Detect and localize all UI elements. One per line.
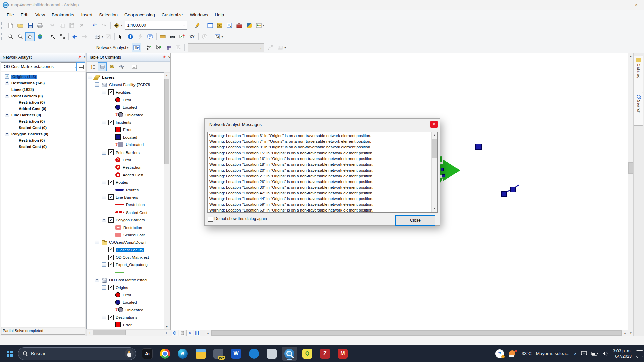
toc-row[interactable]: ? Error — [87, 126, 164, 133]
toc-row[interactable]: − ? Closest Facility:{7CD78 — [87, 81, 164, 88]
na-tree-item[interactable]: − Point Barriers (0) — [1, 93, 85, 99]
do-not-show-checkbox[interactable] — [208, 217, 213, 222]
expander-icon[interactable]: − — [102, 315, 106, 319]
toc-horizontal-scrollbar[interactable]: ◂ ▸ — [86, 329, 170, 336]
toc-row[interactable]: ✔ ? Closest Facility — [87, 246, 164, 253]
scroll-down-icon[interactable]: ▼ — [432, 206, 437, 212]
zoom-out-icon[interactable] — [16, 32, 25, 41]
close-button[interactable]: × — [629, 0, 644, 10]
zoom-in-icon[interactable] — [6, 32, 15, 41]
barriers-icon[interactable] — [276, 43, 285, 52]
taskbar-clock[interactable]: 3:03 p. m. 6/7/2023 — [613, 348, 632, 359]
na-tree-item[interactable]: Scaled Cost (0) — [1, 124, 85, 131]
measure-icon[interactable] — [158, 32, 167, 41]
taskbar-app-chrome[interactable] — [158, 347, 172, 361]
taskbar-app-ai[interactable]: Ai — [140, 347, 155, 361]
create-network-location-icon[interactable] — [145, 43, 154, 52]
taskbar-app-app-blue[interactable] — [247, 347, 261, 361]
expander-icon[interactable]: + — [5, 74, 9, 79]
toc-row[interactable]: − ✔ ? Destinations — [87, 314, 164, 321]
expander-icon[interactable]: − — [102, 150, 106, 155]
na-tree-item[interactable]: Lines (1933) — [1, 86, 85, 93]
arctoolbox-icon[interactable] — [235, 21, 244, 30]
scroll-left-icon[interactable]: ◂ — [87, 330, 92, 336]
na-tree-item[interactable]: Restriction (0) — [1, 99, 85, 105]
weather-icon[interactable] — [508, 349, 517, 358]
taskbar-app-file-explorer[interactable] — [193, 347, 208, 361]
toc-row[interactable]: ? Located — [87, 104, 164, 111]
toc-row[interactable]: ? Unlocated — [87, 306, 164, 313]
start-button[interactable] — [4, 348, 15, 359]
taskbar-app-word[interactable]: W — [229, 347, 244, 361]
list-by-visibility-icon[interactable] — [107, 62, 116, 71]
save-icon[interactable] — [25, 21, 35, 30]
toc-row[interactable]: ? Unlocated — [87, 141, 164, 148]
na-layer-combo[interactable]: OD Cost Matrix estaciones ⌄ — [1, 62, 78, 71]
full-extent-icon[interactable] — [35, 32, 44, 41]
na-tree-item[interactable]: Scaled Cost (0) — [1, 143, 85, 150]
menu-geoprocessing[interactable]: Geoprocessing — [121, 10, 158, 20]
identify-icon[interactable] — [126, 32, 135, 41]
combo-arrow-icon[interactable]: ⌄ — [258, 44, 264, 52]
tray-overflow-chevron-icon[interactable]: ∧ — [574, 351, 577, 356]
time-slider-icon[interactable] — [200, 32, 209, 41]
redo-icon[interactable]: ↷ — [100, 21, 109, 30]
list-by-selection-icon[interactable] — [117, 62, 126, 71]
layer-checkbox[interactable]: ✔ — [108, 120, 114, 125]
scroll-thumb[interactable] — [432, 139, 437, 158]
layer-checkbox[interactable]: ✔ — [108, 255, 114, 260]
minimize-button[interactable] — [598, 0, 613, 10]
scroll-right-icon[interactable]: ▸ — [164, 330, 170, 336]
toolbar-grip[interactable] — [91, 44, 93, 51]
toc-options-icon[interactable] — [130, 62, 139, 71]
menu-selection[interactable]: Selection — [96, 10, 121, 20]
scroll-up-icon[interactable]: ▲ — [164, 73, 170, 78]
menu-customize[interactable]: Customize — [158, 10, 186, 20]
weather-text[interactable]: Mayorm. solea... — [536, 351, 570, 356]
refresh-view-icon[interactable]: ↻ — [186, 330, 193, 336]
taskbar-app-edge[interactable]: e — [175, 347, 190, 361]
toc-row[interactable]: − ✔ ? Routes — [87, 178, 164, 186]
open-icon[interactable] — [16, 21, 25, 30]
map-scale-combo[interactable]: 1:400,000 ⌄ — [125, 21, 187, 30]
na-tree-item[interactable]: Added Cost (0) — [1, 105, 85, 112]
scroll-thumb[interactable] — [164, 79, 169, 164]
network-dataset-combo[interactable]: ⌄ — [188, 43, 264, 52]
toc-row[interactable]: − ✔ ? Facilities — [87, 88, 164, 96]
tab-search[interactable]: Search — [634, 93, 643, 126]
select-features-dropdown-icon[interactable]: ▾ — [102, 35, 103, 38]
fixed-zoom-out-icon[interactable] — [58, 32, 67, 41]
catalog-window-icon[interactable] — [215, 21, 224, 30]
layer-checkbox[interactable]: ✔ — [108, 285, 114, 290]
toolbar-overflow-icon[interactable]: ▾ — [222, 35, 223, 38]
menu-insert[interactable]: Insert — [78, 10, 96, 20]
scroll-thumb[interactable] — [628, 162, 633, 174]
toc-row[interactable]: ? Scaled Cost — [87, 231, 164, 238]
taskbar-app-qgis[interactable]: Q — [300, 347, 315, 361]
layer-checkbox[interactable]: ✔ — [108, 149, 114, 155]
tab-catalog[interactable]: Catalog — [634, 56, 643, 93]
toc-vertical-scrollbar[interactable]: ▲ ▼ — [164, 72, 170, 330]
weather-temp[interactable]: 33°C — [522, 351, 532, 356]
toc-row[interactable]: ? Error — [87, 291, 164, 298]
viewer-window-icon[interactable] — [213, 32, 222, 41]
toc-row[interactable]: ✔ ? OD Cost Matrix est — [87, 253, 164, 261]
toc-row[interactable]: − ✔ ? Incidents — [87, 118, 164, 126]
expander-icon[interactable]: − — [102, 180, 106, 184]
expander-icon[interactable]: − — [5, 94, 9, 98]
go-to-xy-icon[interactable]: XY — [187, 32, 197, 41]
layer-checkbox[interactable]: ✔ — [108, 247, 114, 252]
na-tree-item[interactable]: Restriction (0) — [1, 137, 85, 143]
toolbar-grip[interactable] — [1, 33, 4, 40]
expander-icon[interactable]: + — [5, 81, 9, 85]
find-route-icon[interactable] — [178, 32, 187, 41]
layer-checkbox[interactable]: ✔ — [108, 217, 114, 223]
combo-arrow-icon[interactable]: ⌄ — [181, 21, 187, 29]
maximize-button[interactable] — [613, 0, 629, 10]
taskbar-app-zotero[interactable]: Z — [318, 347, 332, 361]
expander-icon[interactable]: − — [102, 262, 106, 267]
table-of-contents-window-icon[interactable] — [206, 21, 215, 30]
toc-row[interactable]: ? ? Error — [87, 156, 164, 163]
layer-checkbox[interactable]: ✔ — [108, 315, 114, 320]
toc-row[interactable]: − ? C:\Users\Ampi\Downl — [87, 239, 164, 246]
